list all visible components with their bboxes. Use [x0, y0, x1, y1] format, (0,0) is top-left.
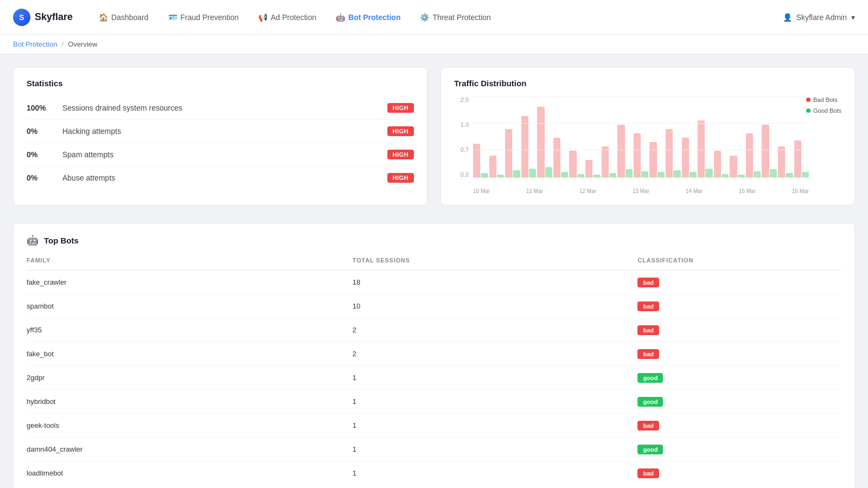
bar-good-16: [738, 175, 745, 177]
x-label: 15 Mar: [739, 188, 756, 194]
nav-item-threat[interactable]: ⚙️Threat Protection: [411, 9, 499, 26]
stat-row-0: 100% Sessions drained system resources H…: [27, 97, 414, 120]
nav-icon-bot: 🤖: [336, 13, 345, 22]
classification-badge-4: good: [637, 373, 663, 383]
classification-badge-5: good: [637, 397, 663, 407]
bar-bad-9: [617, 125, 624, 177]
bot-classification-3: bad: [637, 342, 841, 366]
bar-good-0: [481, 173, 488, 177]
bot-sessions-8: 1: [353, 461, 638, 485]
breadcrumb: Bot Protection / Overview: [0, 35, 868, 54]
nav-label-ad: Ad Protection: [271, 13, 316, 22]
bar-good-11: [658, 172, 665, 177]
bar-good-8: [609, 173, 616, 177]
chart-group-13: [682, 97, 697, 177]
col-header-classification: CLASSIFICATION: [637, 257, 841, 271]
stat-label-0: Sessions drained system resources: [62, 104, 379, 112]
chart-group-8: [602, 97, 617, 177]
bot-family-5: hybridbot: [27, 390, 353, 414]
chart-group-1: [489, 97, 505, 177]
top-panels: Statistics 100% Sessions drained system …: [13, 67, 855, 206]
chart-group-17: [746, 97, 761, 177]
chart-group-14: [698, 97, 713, 177]
chart-group-19: [778, 97, 793, 177]
bar-bad-17: [746, 133, 753, 177]
main-content: Statistics 100% Sessions drained system …: [0, 54, 868, 488]
table-row: loadtimebot 1 bad: [27, 461, 841, 485]
nav-label-dashboard: Dashboard: [111, 13, 149, 22]
chart-group-6: [569, 97, 584, 177]
bad-bots-label: Bad Bots: [813, 97, 838, 103]
breadcrumb-link[interactable]: Bot Protection: [13, 40, 58, 48]
bar-bad-1: [489, 156, 496, 177]
bar-bad-8: [602, 146, 609, 177]
table-row: yff35 2 bad: [27, 318, 841, 342]
bar-bad-15: [714, 151, 721, 177]
chart-group-9: [617, 97, 633, 177]
bar-good-13: [690, 172, 697, 177]
stat-label-3: Abuse attempts: [62, 174, 379, 182]
legend-good-bots: Good Bots: [806, 107, 841, 114]
nav-item-dashboard[interactable]: 🏠Dashboard: [90, 9, 157, 26]
bar-bad-13: [682, 138, 689, 177]
bot-classification-6: bad: [637, 414, 841, 438]
bar-bad-11: [649, 142, 656, 177]
chart-y-axis: 2.01.30.70.0: [454, 97, 473, 178]
x-label: 16 Mar: [792, 188, 809, 194]
bar-bad-5: [553, 138, 560, 177]
brand-logo-link[interactable]: S Skyflare: [13, 9, 73, 26]
bot-sessions-7: 1: [353, 438, 638, 461]
stat-label-1: Hacking attempts: [62, 127, 379, 136]
nav-icon-fraud: 🪪: [168, 13, 177, 22]
nav-label-bot: Bot Protection: [348, 13, 400, 22]
bad-bots-dot: [806, 98, 810, 102]
nav-icon-threat: ⚙️: [420, 13, 429, 22]
bar-good-15: [722, 174, 729, 177]
bar-good-12: [673, 170, 680, 177]
bot-family-2: yff35: [27, 318, 353, 342]
chart-group-3: [521, 97, 537, 177]
stat-pct-1: 0%: [27, 127, 54, 136]
table-row: fake_bot 2 bad: [27, 342, 841, 366]
bot-classification-1: bad: [637, 294, 841, 318]
bot-classification-2: bad: [637, 318, 841, 342]
chart-group-4: [537, 97, 552, 177]
chart-group-0: [473, 97, 488, 177]
traffic-chart: 2.01.30.70.0: [454, 97, 841, 194]
bar-good-18: [770, 169, 777, 177]
x-label: 14 Mar: [686, 188, 703, 194]
good-bots-label: Good Bots: [813, 107, 841, 114]
statistics-rows: 100% Sessions drained system resources H…: [27, 97, 414, 189]
bar-good-2: [513, 170, 520, 177]
y-label: 1.3: [461, 121, 469, 128]
classification-badge-8: bad: [637, 468, 659, 478]
statistics-panel: Statistics 100% Sessions drained system …: [13, 67, 427, 206]
user-name: Skyflare Admin: [796, 13, 847, 22]
stat-label-2: Spam attempts: [62, 150, 379, 159]
chart-main-area: [473, 97, 809, 178]
bots-table-head: FAMILYTOTAL SESSIONSCLASSIFICATION: [27, 257, 841, 271]
user-menu[interactable]: 👤 Skyflare Admin ▾: [783, 13, 855, 22]
bar-good-6: [577, 174, 584, 177]
bot-sessions-2: 2: [353, 318, 638, 342]
chevron-down-icon: ▾: [851, 13, 855, 22]
x-label: 11 Mar: [526, 188, 543, 194]
bar-good-3: [529, 169, 536, 177]
bar-bad-3: [521, 116, 528, 177]
statistics-title: Statistics: [27, 79, 414, 88]
bot-family-4: 2gdpr: [27, 366, 353, 390]
bar-bad-12: [666, 129, 673, 177]
nav-item-bot[interactable]: 🤖Bot Protection: [327, 9, 409, 26]
bot-sessions-6: 1: [353, 414, 638, 438]
nav-item-ad[interactable]: 📢Ad Protection: [250, 9, 325, 26]
x-label: 12 Mar: [579, 188, 596, 194]
bot-family-8: loadtimebot: [27, 461, 353, 485]
stat-row-1: 0% Hacking attempts HIGH: [27, 120, 414, 143]
chart-group-15: [714, 97, 729, 177]
chart-group-10: [634, 97, 649, 177]
bar-good-1: [497, 175, 504, 177]
bots-table-body: fake_crawler 18 bad spambot 10 bad yff35…: [27, 271, 841, 485]
col-header-family: FAMILY: [27, 257, 353, 271]
chart-group-11: [649, 97, 665, 177]
nav-item-fraud[interactable]: 🪪Fraud Prevention: [159, 9, 247, 26]
